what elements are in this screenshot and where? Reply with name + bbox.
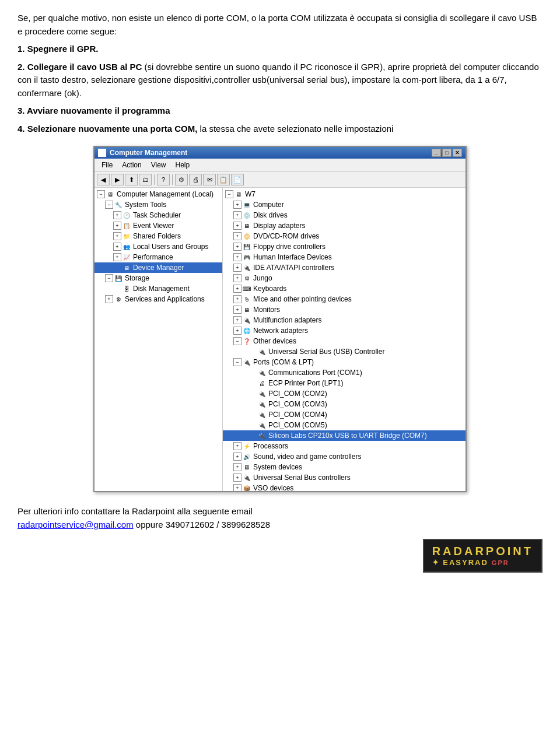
expand-keyboards[interactable]: + — [233, 285, 242, 293]
silabs-icon: 🔌 — [257, 431, 267, 440]
expand-hid[interactable]: + — [233, 253, 242, 261]
expand-mice[interactable]: + — [233, 295, 242, 303]
tree-system-tools[interactable]: − 🔧 System Tools — [94, 199, 222, 210]
tree-root[interactable]: − 🖥 Computer Management (Local) — [94, 189, 222, 199]
right-dvd[interactable]: + 📀 DVD/CD-ROM drives — [223, 231, 466, 241]
menu-bar: File Action View Help — [94, 159, 466, 172]
right-floppy[interactable]: + 💾 Floppy drive controllers — [223, 241, 466, 252]
expand-diskdrives[interactable]: + — [233, 211, 242, 219]
right-keyboards[interactable]: + ⌨ Keyboards — [223, 283, 466, 294]
up-button[interactable]: ⬆ — [125, 174, 138, 185]
right-com2[interactable]: 🔌 PCI_COM (COM2) — [223, 388, 466, 399]
tree-performance[interactable]: + 📈 Performance — [94, 252, 222, 262]
expand-other[interactable]: − — [233, 337, 242, 345]
tree-shared-folders[interactable]: + 📁 Shared Folders — [94, 231, 222, 241]
expand-usbctrl[interactable]: + — [233, 474, 242, 482]
close-button[interactable]: ✕ — [453, 149, 462, 157]
expand-monitors[interactable]: + — [233, 306, 242, 314]
expand-display[interactable]: + — [233, 222, 242, 230]
tree-event-viewer[interactable]: + 📋 Event Viewer — [94, 220, 222, 231]
expand-w7[interactable]: − — [225, 190, 233, 198]
right-jungo[interactable]: + ⚙ Jungo — [223, 273, 466, 283]
right-display[interactable]: + 🖥 Display adapters — [223, 220, 466, 231]
right-sound[interactable]: + 🔊 Sound, video and game controllers — [223, 451, 466, 462]
tree-storage[interactable]: − 💾 Storage — [94, 273, 222, 283]
expand-processors[interactable]: + — [233, 442, 242, 450]
right-com1[interactable]: 🔌 Communications Port (COM1) — [223, 367, 466, 378]
right-multi[interactable]: + 🔌 Multifunction adapters — [223, 315, 466, 325]
expand-sound[interactable]: + — [233, 453, 242, 461]
right-silabs[interactable]: 🔌 Silicon Labs CP210x USB to UART Bridge… — [223, 430, 466, 441]
dvd-icon: 📀 — [242, 232, 251, 241]
right-monitors[interactable]: + 🖥 Monitors — [223, 304, 466, 315]
expand-sysdev[interactable]: + — [233, 463, 242, 471]
step3: 3. Avviare nuovamente il programma — [18, 104, 542, 118]
right-usb-ctrl[interactable]: 🔌 Universal Serial Bus (USB) Controller — [223, 346, 466, 357]
right-usbctrl[interactable]: + 🔌 Universal Serial Bus controllers — [223, 472, 466, 483]
toolbar-btn4[interactable]: 📋 — [217, 174, 230, 185]
tree-device-manager[interactable]: 🖥 Device Manager — [94, 262, 222, 273]
expand-multi[interactable]: + — [233, 316, 242, 324]
right-hid[interactable]: + 🎮 Human Interface Devices — [223, 252, 466, 262]
expand-shared[interactable]: + — [113, 232, 121, 240]
maximize-button[interactable]: □ — [442, 149, 452, 157]
right-ide[interactable]: + 🔌 IDE ATA/ATAPI controllers — [223, 262, 466, 273]
tools-icon: 🔧 — [114, 200, 123, 209]
right-net[interactable]: + 🌐 Network adapters — [223, 325, 466, 336]
toolbar-btn1[interactable]: ⚙ — [175, 174, 188, 185]
tree-services[interactable]: + ⚙ Services and Applications — [94, 294, 222, 304]
expand-system[interactable]: − — [105, 201, 113, 209]
menu-help[interactable]: Help — [171, 160, 195, 170]
tree-local-users[interactable]: + 👥 Local Users and Groups — [94, 241, 222, 252]
show-hide-button[interactable]: 🗂 — [139, 174, 152, 185]
right-lpt1[interactable]: 🖨 ECP Printer Port (LPT1) — [223, 378, 466, 388]
menu-action[interactable]: Action — [117, 160, 146, 170]
right-vso[interactable]: + 📦 VSO devices — [223, 483, 466, 491]
expand-computer-r[interactable]: + — [233, 201, 242, 209]
logo-line2: ✦ EASYRAD GPR — [432, 558, 533, 567]
menu-view[interactable]: View — [146, 160, 171, 170]
intro-section: Se, per qualche motivo, non esiste un el… — [18, 12, 542, 135]
expand-event[interactable]: + — [113, 222, 121, 230]
expand-task[interactable]: + — [113, 211, 121, 219]
tree-disk-mgmt[interactable]: 🗄 Disk Management — [94, 283, 222, 294]
step4-label: 4. Selezionare nuovamente una porta COM, — [18, 124, 197, 134]
toolbar-btn2[interactable]: 🖨 — [189, 174, 202, 185]
right-ports[interactable]: − 🔌 Ports (COM & LPT) — [223, 357, 466, 367]
expand-disk — [113, 285, 121, 293]
minimize-button[interactable]: _ — [432, 149, 441, 157]
right-w7[interactable]: − 🖥 W7 — [223, 189, 466, 199]
expand-storage[interactable]: − — [105, 274, 113, 282]
right-other[interactable]: − ❓ Other devices — [223, 336, 466, 346]
toolbar-btn5[interactable]: 📄 — [231, 174, 244, 185]
back-button[interactable]: ◀ — [97, 174, 110, 185]
expand-ports[interactable]: − — [233, 358, 242, 366]
expand-floppy[interactable]: + — [233, 243, 242, 251]
window-body: − 🖥 Computer Management (Local) − 🔧 Syst… — [94, 188, 466, 491]
toolbar-btn3[interactable]: ✉ — [203, 174, 216, 185]
right-com3[interactable]: 🔌 PCI_COM (COM3) — [223, 399, 466, 409]
forward-button[interactable]: ▶ — [111, 174, 124, 185]
expand-services[interactable]: + — [105, 295, 113, 303]
menu-file[interactable]: File — [97, 160, 117, 170]
expand-jungo[interactable]: + — [233, 274, 242, 282]
help-button[interactable]: ? — [157, 174, 170, 185]
usb-ctrl-icon: 🔌 — [257, 347, 267, 356]
tree-task-scheduler[interactable]: + 🕐 Task Scheduler — [94, 210, 222, 220]
right-com4[interactable]: 🔌 PCI_COM (COM4) — [223, 409, 466, 420]
right-mice[interactable]: + 🖱 Mice and other pointing devices — [223, 294, 466, 304]
logo-box: RADARPOINT ✦ EASYRAD GPR — [423, 539, 542, 573]
expand-net[interactable]: + — [233, 327, 242, 335]
right-sysdev[interactable]: + 🖥 System devices — [223, 462, 466, 472]
expand-perf[interactable]: + — [113, 253, 121, 261]
email-link[interactable]: radarpointservice@gmail.com — [18, 520, 134, 529]
expand-users[interactable]: + — [113, 243, 121, 251]
right-computer[interactable]: + 💻 Computer — [223, 199, 466, 210]
expand-root[interactable]: − — [97, 190, 105, 198]
right-com5[interactable]: 🔌 PCI_COM (COM5) — [223, 420, 466, 430]
expand-dvd[interactable]: + — [233, 232, 242, 240]
expand-vso[interactable]: + — [233, 484, 242, 491]
right-processors[interactable]: + ⚡ Processors — [223, 441, 466, 451]
right-diskdrives[interactable]: + 💿 Disk drives — [223, 210, 466, 220]
expand-ide[interactable]: + — [233, 264, 242, 272]
